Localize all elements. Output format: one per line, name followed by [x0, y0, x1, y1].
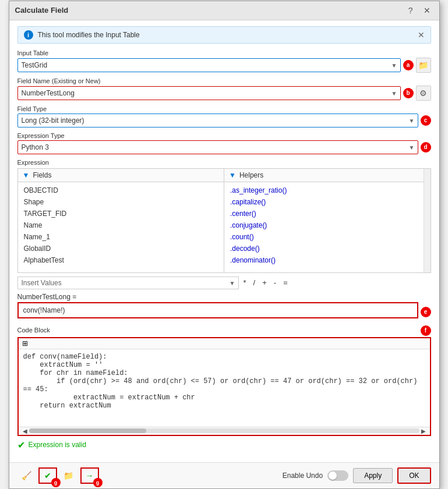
- field-name-row: NumberTestLong ▼ b ⚙: [17, 86, 431, 101]
- helpers-header-label: Helpers: [239, 171, 263, 179]
- erase-icon: 🧹: [22, 471, 31, 480]
- toggle-knob: [329, 472, 337, 480]
- info-close-button[interactable]: ✕: [418, 30, 425, 40]
- list-item[interactable]: .conjugate(): [224, 219, 431, 231]
- list-item[interactable]: .count(): [224, 231, 431, 243]
- add-btn[interactable]: +: [260, 277, 269, 288]
- input-table-select[interactable]: TestGrid: [17, 58, 401, 72]
- list-item[interactable]: Name_1: [18, 231, 224, 243]
- erase-btn[interactable]: 🧹: [17, 467, 36, 484]
- field-name-select[interactable]: NumberTestLong: [17, 86, 401, 100]
- valid-icon: ✔: [17, 440, 25, 451]
- calculate-field-dialog: Calculate Field ? ✕ i This tool modifies…: [9, 1, 440, 489]
- fields-panel: ▼ Fields OBJECTID Shape TARGET_FID Name …: [18, 169, 225, 272]
- expression-type-badge: d: [421, 142, 431, 153]
- subtract-btn[interactable]: -: [271, 277, 278, 288]
- arrow-btn[interactable]: → g: [80, 467, 99, 484]
- code-block-textarea[interactable]: def conv(nameField): extractNum = '' for…: [19, 349, 430, 425]
- apply-button[interactable]: Apply: [353, 468, 393, 483]
- input-table-select-wrapper: TestGrid ▼: [17, 58, 401, 72]
- list-item[interactable]: Shape: [18, 196, 224, 208]
- input-table-label: Input Table: [17, 49, 431, 56]
- list-item[interactable]: .center(): [224, 208, 431, 219]
- field-name-select-wrapper: NumberTestLong ▼: [17, 86, 401, 100]
- list-item[interactable]: Name: [18, 219, 224, 231]
- list-item[interactable]: .decode(): [224, 243, 431, 254]
- expression-section: Expression ▼ Fields OBJECTID Shape TARGE…: [17, 159, 431, 451]
- check-icon: ✔: [44, 471, 51, 480]
- code-block-header: ⊞: [19, 338, 430, 349]
- dialog-content: i This tool modifies the Input Table ✕ I…: [9, 20, 439, 462]
- load-btn[interactable]: 📁: [59, 467, 78, 484]
- expression-type-select-wrapper: Python 3 ▼: [17, 140, 418, 154]
- title-bar-left: Calculate Field: [15, 6, 69, 15]
- fields-filter-icon[interactable]: ▼: [23, 171, 30, 179]
- input-table-badge: a: [403, 60, 414, 70]
- bottom-row: 🧹 ✔ g 📁 → g Enable Undo Apply: [9, 462, 439, 488]
- insert-values-select[interactable]: Insert Values: [17, 277, 239, 289]
- valid-text: Expression is valid: [29, 441, 86, 449]
- info-bar-left: i This tool modifies the Input Table: [24, 30, 140, 40]
- check-btn[interactable]: ✔ g: [38, 467, 57, 484]
- list-item[interactable]: AlphabetTest: [18, 254, 224, 266]
- helpers-scrollbar: [424, 169, 431, 272]
- field-name-section: Field Name (Existing or New) NumberTestL…: [17, 77, 431, 101]
- expression-type-select[interactable]: Python 3: [17, 140, 418, 154]
- fields-list: OBJECTID Shape TARGET_FID Name Name_1 Gl…: [18, 182, 224, 272]
- helpers-filter-icon[interactable]: ▼: [229, 171, 236, 179]
- scroll-right-arrow[interactable]: ▶: [419, 428, 428, 434]
- expression-type-section: Expression Type Python 3 ▼ d: [17, 132, 431, 154]
- input-table-folder-btn[interactable]: 📁: [416, 58, 431, 73]
- field-type-badge: c: [421, 115, 431, 126]
- bottom-left: 🧹 ✔ g 📁 → g: [17, 467, 99, 484]
- code-block-badge: f: [421, 325, 431, 336]
- title-bar: Calculate Field ? ✕: [9, 1, 439, 20]
- field-type-row: Long (32-bit integer) ▼ c: [17, 114, 431, 127]
- input-table-section: Input Table TestGrid ▼ a 📁: [17, 49, 431, 73]
- field-name-badge: b: [403, 88, 414, 98]
- list-item[interactable]: .denominator(): [224, 254, 431, 266]
- enable-undo-label: Enable Undo: [283, 472, 323, 480]
- field-type-section: Field Type Long (32-bit integer) ▼ c: [17, 105, 431, 127]
- expression-type-row: Python 3 ▼ d: [17, 140, 431, 154]
- arrow-btn-badge: g: [93, 478, 103, 487]
- info-bar: i This tool modifies the Input Table ✕: [17, 26, 431, 44]
- expression-value-label: NumberTestLong =: [17, 293, 431, 301]
- help-button[interactable]: ?: [405, 5, 416, 16]
- list-item[interactable]: .as_integer_ratio(): [224, 185, 431, 196]
- equals-btn[interactable]: =: [281, 277, 290, 288]
- expression-badge: e: [421, 307, 431, 317]
- load-icon: 📁: [64, 471, 73, 480]
- expand-icon[interactable]: ⊞: [22, 339, 28, 348]
- multiply-btn[interactable]: *: [241, 277, 249, 288]
- list-item[interactable]: .capitalize(): [224, 196, 431, 208]
- expression-input[interactable]: [17, 302, 418, 318]
- field-name-gear-btn[interactable]: ⚙: [416, 86, 431, 101]
- list-item[interactable]: GlobalID: [18, 243, 224, 254]
- ok-button[interactable]: OK: [397, 467, 431, 484]
- check-btn-badge: g: [51, 478, 61, 487]
- expression-section-label: Expression: [17, 159, 431, 166]
- operators-row: * / + - =: [241, 277, 290, 288]
- code-block-wrapper: ⊞ def conv(nameField): extractNum = '' f…: [17, 337, 431, 436]
- fields-header: ▼ Fields: [18, 169, 224, 182]
- fields-helpers-panel: ▼ Fields OBJECTID Shape TARGET_FID Name …: [17, 168, 431, 273]
- info-icon: i: [24, 30, 33, 40]
- scroll-left-arrow[interactable]: ◀: [21, 428, 29, 434]
- close-button[interactable]: ✕: [421, 5, 433, 16]
- field-type-label: Field Type: [17, 105, 431, 112]
- code-block-label: Code Block: [17, 327, 50, 334]
- helpers-list: .as_integer_ratio() .capitalize() .cente…: [224, 182, 431, 272]
- arrow-icon: →: [86, 471, 94, 480]
- list-item[interactable]: OBJECTID: [18, 185, 224, 196]
- bottom-right: Enable Undo Apply OK: [283, 467, 431, 484]
- h-scroll-thumb: [29, 428, 146, 433]
- enable-undo-toggle[interactable]: [327, 470, 348, 481]
- divide-btn[interactable]: /: [251, 277, 258, 288]
- field-type-select[interactable]: Long (32-bit integer): [17, 114, 418, 127]
- valid-bar: ✔ Expression is valid: [17, 440, 431, 451]
- helpers-panel: ▼ Helpers .as_integer_ratio() .capitaliz…: [224, 169, 431, 272]
- insert-values-wrapper: Insert Values ▼: [17, 277, 239, 289]
- bottom-icons: 🧹 ✔ g 📁 → g: [17, 467, 99, 484]
- list-item[interactable]: TARGET_FID: [18, 208, 224, 219]
